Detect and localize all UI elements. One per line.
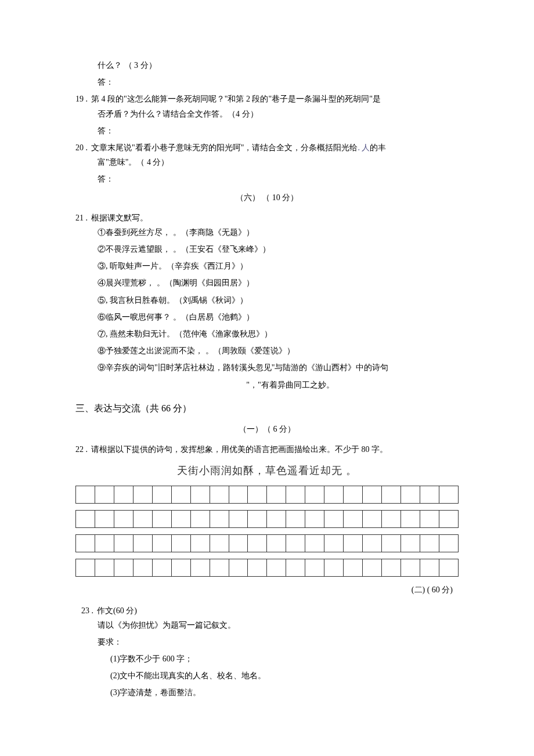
grid-cell[interactable] (210, 486, 229, 504)
grid-cell[interactable] (286, 559, 305, 577)
grid-cell[interactable] (248, 486, 267, 504)
grid-cell[interactable] (324, 535, 344, 552)
grid-cell[interactable] (95, 511, 114, 528)
grid-cell[interactable] (382, 559, 401, 577)
grid-cell[interactable] (210, 559, 229, 577)
section-3-sub1: （一）（ 6 分） (75, 422, 459, 436)
grid-cell[interactable] (76, 535, 95, 552)
grid-cell[interactable] (400, 486, 420, 504)
q23-line1: 请以《为你担忧》为题写一篇记叙文。 (75, 618, 459, 632)
grid-cell[interactable] (420, 486, 439, 504)
section-3-sub2: (二) ( 60 分) (75, 583, 459, 597)
grid-cell[interactable] (152, 535, 171, 552)
grid-cell[interactable] (95, 559, 114, 577)
grid-cell[interactable] (229, 486, 248, 504)
grid-cell[interactable] (267, 535, 286, 552)
grid-cell[interactable] (229, 511, 248, 528)
grid-cell[interactable] (133, 559, 152, 577)
grid-cell[interactable] (324, 511, 344, 528)
grid-cell[interactable] (305, 535, 324, 552)
grid-cell[interactable] (248, 511, 267, 528)
grid-cell[interactable] (420, 535, 439, 552)
q20-answer-label: 答： (75, 172, 459, 186)
grid-cell[interactable] (114, 486, 133, 504)
grid-cell[interactable] (439, 535, 458, 552)
grid-cell[interactable] (382, 486, 401, 504)
grid-cell[interactable] (344, 511, 363, 528)
grid-cell[interactable] (76, 511, 95, 528)
grid-cell[interactable] (210, 511, 229, 528)
grid-cell[interactable] (114, 535, 133, 552)
grid-cell[interactable] (439, 486, 458, 504)
grid-cell[interactable] (171, 486, 190, 504)
grid-cell[interactable] (248, 535, 267, 552)
grid-cell[interactable] (420, 511, 439, 528)
grid-spacer-row (76, 504, 459, 511)
grid-cell[interactable] (152, 511, 171, 528)
grid-cell[interactable] (133, 486, 152, 504)
q23-number: 23 . (81, 603, 93, 618)
grid-cell[interactable] (229, 559, 248, 577)
q23-req2: (2)文中不能出现真实的人名、校名、地名。 (75, 668, 459, 683)
grid-cell[interactable] (363, 535, 382, 552)
grid-cell[interactable] (344, 535, 363, 552)
grid-cell[interactable] (267, 511, 286, 528)
grid-cell[interactable] (305, 486, 324, 504)
grid-cell[interactable] (305, 559, 324, 577)
grid-cell[interactable] (171, 511, 190, 528)
grid-cell[interactable] (248, 559, 267, 577)
grid-cell[interactable] (76, 559, 95, 577)
grid-cell[interactable] (400, 511, 420, 528)
grid-cell[interactable] (229, 535, 248, 552)
grid-cell[interactable] (114, 511, 133, 528)
grid-row (76, 511, 459, 528)
q18-fragment-line1: 什么？ （ 3 分） (75, 58, 459, 73)
grid-cell[interactable] (267, 559, 286, 577)
grid-cell[interactable] (420, 559, 439, 577)
grid-cell[interactable] (133, 511, 152, 528)
question-23: 23 . 作文(60 分) (75, 603, 459, 618)
section-6-header: （六） （ 10 分） (75, 190, 459, 205)
question-21: 21 . 根据课文默写。 (75, 211, 459, 225)
grid-cell[interactable] (76, 486, 95, 504)
q22-number: 22 . (75, 442, 88, 457)
q23-title: 作文(60 分) (97, 603, 459, 618)
grid-cell[interactable] (133, 535, 152, 552)
grid-cell[interactable] (267, 486, 286, 504)
grid-cell[interactable] (344, 486, 363, 504)
grid-cell[interactable] (190, 511, 210, 528)
grid-cell[interactable] (400, 559, 420, 577)
grid-cell[interactable] (190, 486, 210, 504)
grid-cell[interactable] (305, 511, 324, 528)
grid-cell[interactable] (286, 511, 305, 528)
grid-cell[interactable] (286, 486, 305, 504)
q21-item-1: ①春蚕到死丝方尽， 。（李商隐《无题》） (75, 225, 459, 240)
q21-title: 根据课文默写。 (91, 211, 459, 225)
grid-cell[interactable] (171, 535, 190, 552)
grid-cell[interactable] (286, 535, 305, 552)
grid-cell[interactable] (324, 486, 344, 504)
grid-cell[interactable] (171, 559, 190, 577)
grid-cell[interactable] (190, 535, 210, 552)
q20-line1c: 的丰 (370, 143, 386, 152)
grid-cell[interactable] (190, 559, 210, 577)
grid-cell[interactable] (382, 535, 401, 552)
grid-cell[interactable] (95, 486, 114, 504)
grid-cell[interactable] (439, 511, 458, 528)
grid-cell[interactable] (152, 486, 171, 504)
q23-req1: (1)字数不少于 600 字； (75, 652, 459, 666)
q21-item-3: ③, 听取蛙声一片。（辛弃疾《西江月》） (75, 259, 459, 273)
grid-cell[interactable] (400, 535, 420, 552)
grid-cell[interactable] (382, 511, 401, 528)
grid-cell[interactable] (114, 559, 133, 577)
grid-cell[interactable] (95, 535, 114, 552)
grid-cell[interactable] (363, 486, 382, 504)
grid-cell[interactable] (363, 559, 382, 577)
grid-cell[interactable] (324, 559, 344, 577)
grid-cell[interactable] (210, 535, 229, 552)
grid-cell[interactable] (152, 559, 171, 577)
grid-cell[interactable] (363, 511, 382, 528)
grid-cell[interactable] (344, 559, 363, 577)
q21-item-8: ⑧予独爱莲之出淤泥而不染， 。（周敦颐《爱莲说》） (75, 343, 459, 358)
grid-cell[interactable] (439, 559, 458, 577)
